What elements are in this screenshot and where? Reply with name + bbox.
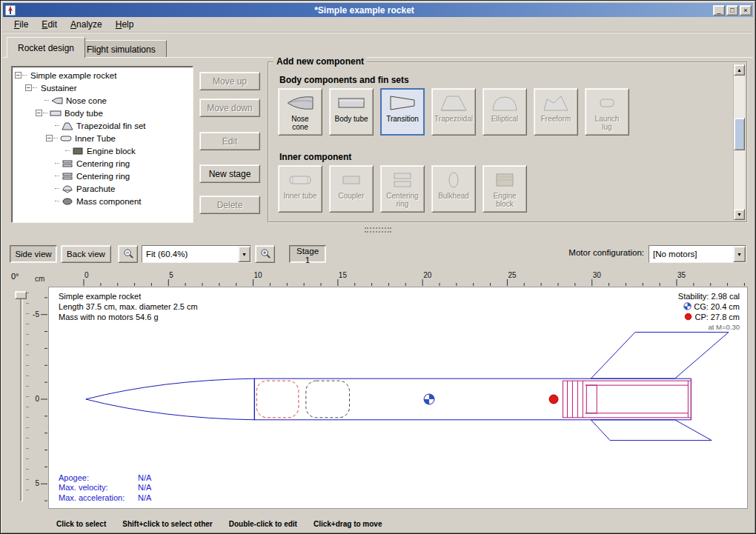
zoom-in-button[interactable] [255,245,275,263]
zoom-select[interactable]: Fit (60.4%) ▼ [142,245,251,263]
hint-click-drag: Click+drag to move [314,520,382,528]
tree-item-trapezoidal-fin-set[interactable]: Trapezoidal fin set [12,119,193,132]
stability-value: 2.98 cal [711,292,740,301]
scroll-down-icon[interactable]: ▼ [734,209,745,220]
tree-item-sustainer[interactable]: −Sustainer [12,81,193,94]
tree-collapse-icon[interactable]: − [46,135,53,141]
component-scrollbar[interactable]: ▲ ▼ [733,64,745,220]
component-button-label: Bulkhead [438,192,469,200]
component-tree[interactable]: −Simple example rocket−SustainerNose con… [11,66,193,223]
chevron-down-icon[interactable]: ▼ [733,246,746,262]
cp-label: CP: [694,313,708,321]
menu-edit[interactable]: Edit [35,18,64,31]
openrocket-window: *Simple example rocket _ □ × File Edit A… [0,0,756,534]
chevron-down-icon[interactable]: ▼ [238,246,251,262]
add-nose-cone-button[interactable]: Nose cone [278,88,322,136]
elliptical-fin-icon [490,93,520,113]
fin-set-icon [61,121,74,130]
window-title: *Simple example rocket [16,5,713,16]
add-transition-button[interactable]: Transition [380,88,425,136]
rocket-outline[interactable] [86,333,729,441]
vertical-ruler: -505 [30,287,48,509]
body-components-label: Body components and fin sets [279,75,409,85]
centering-ring-icon [388,170,417,190]
tree-item-engine-block[interactable]: Engine block [12,144,193,157]
component-button-label: Body tube [334,115,368,123]
tree-item-label: Body tube [64,109,103,118]
scroll-up-icon[interactable]: ▲ [734,64,745,76]
cg-legend-icon [683,302,692,310]
tree-item-label: Inner Tube [75,134,116,143]
menu-file[interactable]: File [7,18,35,31]
tree-item-body-tube[interactable]: −Body tube [12,107,193,119]
tree-item-centering-ring[interactable]: Centering ring [12,157,193,170]
cp-value: 27.8 cm [711,313,740,321]
tree-item-nose-cone[interactable]: Nose cone [12,94,193,107]
new-stage-button[interactable]: New stage [199,164,260,183]
titlebar[interactable]: *Simple example rocket _ □ × [3,3,753,17]
add-component-group: Body components and fin sets Nose coneBo… [268,61,748,223]
motor-config-select[interactable]: [No motors] ▼ [649,245,746,263]
svg-text:-5: -5 [33,310,39,318]
minimize-button[interactable]: _ [713,5,725,16]
close-button[interactable]: × [740,5,752,16]
tree-item-label: Centering ring [76,159,130,168]
rotation-value: 0° [11,272,19,281]
horizontal-ruler: 05101520253035 [48,272,748,287]
rotation-slider-ticks [26,293,29,500]
menu-analyze[interactable]: Analyze [64,18,109,31]
rocket-mass: Mass with no motors 54.6 g [59,312,198,322]
tree-connector [65,150,70,151]
tree-connector [22,75,27,76]
component-button-label: Elliptical [491,115,519,123]
svg-text:30: 30 [593,272,602,279]
tree-collapse-icon[interactable]: − [36,110,42,116]
menubar: File Edit Analyze Help [3,17,753,33]
svg-text:15: 15 [339,272,348,279]
rocket-canvas[interactable]: Simple example rocket Length 37.5 cm, ma… [48,287,748,509]
tree-item-parachute[interactable]: Parachute [12,182,193,195]
nose-cone-icon [50,96,64,105]
tree-item-inner-tube[interactable]: −Inner Tube [12,132,193,144]
svg-text:5: 5 [35,479,39,487]
add-component-title: Add new component [273,56,367,67]
trapezoidal-fin-icon [439,93,468,113]
rotation-slider[interactable] [20,291,23,501]
add-inner-tube-button: Inner tube [278,165,322,213]
hint-click-select: Click to select [56,520,106,528]
add-body-tube-button[interactable]: Body tube [329,88,374,136]
tree-item-mass-component[interactable]: Mass component [12,195,193,207]
tab-flight-simulations[interactable]: Flight simulations [76,40,167,58]
back-view-button[interactable]: Back view [61,245,111,263]
tree-connector [55,188,59,189]
panel-splitter[interactable] [3,225,753,238]
svg-text:10: 10 [254,272,263,279]
inner-tube-icon [59,134,73,143]
parachute-outline[interactable] [256,381,299,418]
tree-collapse-icon[interactable]: − [15,72,21,79]
tab-content-divider [3,57,753,58]
launch-lug-icon [592,93,622,113]
fin-upper[interactable] [591,333,729,379]
scrollbar-thumb[interactable] [734,118,745,150]
add-trapezoidal-button: Trapezoidal [431,88,476,136]
side-view-button[interactable]: Side view [10,245,57,263]
tree-item-simple-example-rocket[interactable]: −Simple example rocket [12,69,193,81]
inner-tube-assembly[interactable] [563,381,692,418]
stage-1-toggle[interactable]: Stage 1 [289,245,326,263]
mass-component-outline[interactable] [306,381,350,418]
nose-cone-icon [285,93,315,113]
mach-note: at M=0.30 [678,322,740,333]
centering-ring-icon [61,159,74,168]
tree-item-centering-ring[interactable]: Centering ring [12,170,193,182]
zoom-out-button[interactable] [118,245,138,263]
apogee-label: Apogee: [59,473,138,484]
fin-lower[interactable] [591,420,712,441]
rotation-slider-thumb[interactable] [15,291,27,299]
menu-help[interactable]: Help [109,18,141,31]
parachute-icon [61,184,74,193]
tree-collapse-icon[interactable]: − [25,84,32,91]
edit-button: Edit [199,132,260,150]
maximize-button[interactable]: □ [726,5,738,16]
tab-rocket-design[interactable]: Rocket design [7,37,85,58]
